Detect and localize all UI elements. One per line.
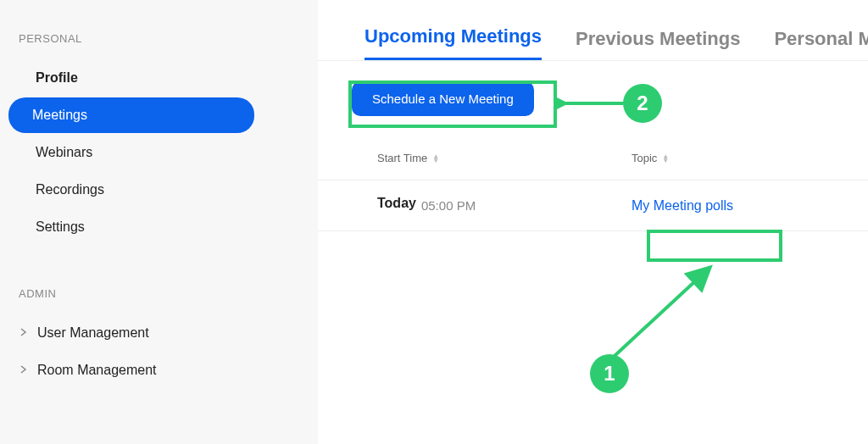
start-day: Today — [377, 196, 416, 211]
sort-icon: ▲▼ — [662, 154, 669, 163]
cell-topic: My Meeting polls — [632, 196, 733, 215]
sidebar-item-label: Settings — [36, 219, 85, 235]
chevron-right-icon — [20, 328, 27, 338]
schedule-row: Schedule a New Meeting — [318, 61, 868, 136]
column-header-start-time[interactable]: Start Time ▲▼ — [377, 152, 632, 164]
chevron-right-icon — [20, 365, 27, 375]
annotation-arrow-1 — [610, 263, 721, 360]
sidebar-section-admin: ADMIN — [8, 280, 309, 314]
sidebar-item-room-management[interactable]: Room Management — [8, 352, 309, 388]
sidebar: PERSONAL Profile Meetings Webinars Recor… — [0, 0, 318, 444]
annotation-box-topic — [647, 230, 782, 262]
cell-start-time: Today 05:00 PM — [377, 196, 632, 215]
tab-upcoming-meetings[interactable]: Upcoming Meetings — [364, 25, 542, 60]
sidebar-item-webinars[interactable]: Webinars — [8, 135, 309, 170]
sidebar-item-user-management[interactable]: User Management — [8, 315, 309, 351]
tab-previous-meetings[interactable]: Previous Meetings — [576, 28, 740, 60]
table-row: Today 05:00 PM My Meeting polls — [318, 180, 868, 231]
sidebar-item-label: Webinars — [36, 145, 92, 160]
sort-icon: ▲▼ — [432, 154, 439, 163]
column-label: Topic — [632, 152, 657, 164]
sidebar-item-label: Meetings — [32, 108, 87, 123]
main-content: Upcoming Meetings Previous Meetings Pers… — [318, 0, 868, 444]
annotation-circle-1: 1 — [590, 354, 629, 393]
sidebar-item-settings[interactable]: Settings — [8, 209, 309, 245]
column-label: Start Time — [377, 152, 427, 164]
sidebar-item-label: User Management — [37, 325, 149, 341]
sidebar-item-meetings[interactable]: Meetings — [8, 97, 254, 133]
annotation-number: 1 — [604, 362, 615, 386]
schedule-new-meeting-button[interactable]: Schedule a New Meeting — [352, 81, 534, 116]
table-header: Start Time ▲▼ Topic ▲▼ — [318, 136, 868, 180]
tab-personal-meeting-room[interactable]: Personal Meeting Room — [774, 28, 868, 60]
sidebar-section-personal: PERSONAL — [8, 25, 309, 58]
sidebar-item-label: Profile — [36, 70, 78, 86]
tabs: Upcoming Meetings Previous Meetings Pers… — [318, 25, 868, 61]
sidebar-item-label: Recordings — [36, 182, 104, 197]
svg-line-1 — [615, 269, 708, 356]
column-header-topic[interactable]: Topic ▲▼ — [632, 152, 669, 164]
start-time: 05:00 PM — [421, 198, 476, 213]
sidebar-item-profile[interactable]: Profile — [8, 60, 309, 96]
sidebar-item-recordings[interactable]: Recordings — [8, 172, 309, 208]
sidebar-item-label: Room Management — [37, 363, 157, 378]
meeting-topic-link[interactable]: My Meeting polls — [632, 198, 733, 214]
